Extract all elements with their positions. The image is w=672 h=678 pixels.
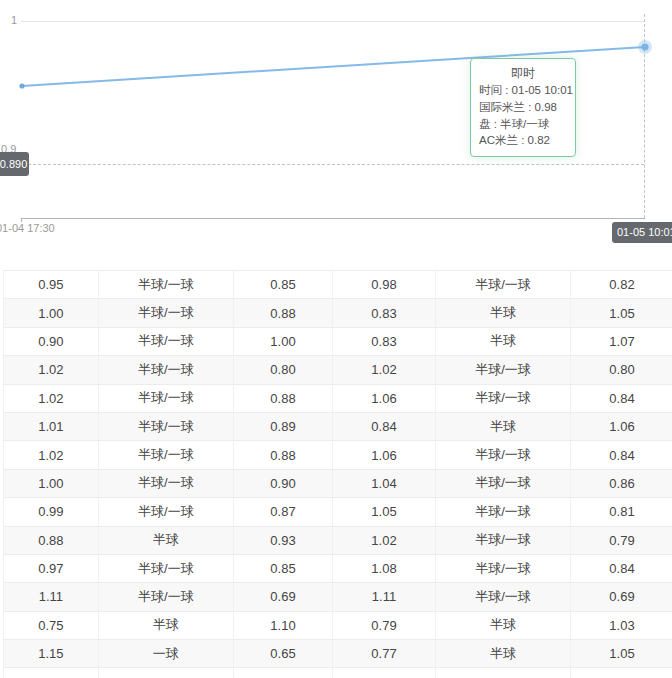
table-cell: 1.04 — [333, 470, 436, 498]
table-cell: 1.01 — [4, 413, 99, 441]
table-cell: 1.00 — [234, 328, 333, 356]
table-cell: 1.15 — [4, 640, 99, 668]
table-cell: 0.69 — [234, 583, 333, 611]
gridline-top — [21, 21, 645, 22]
table-cell: 0.97 — [4, 555, 99, 583]
table-cell: 0.90 — [234, 470, 333, 498]
trend-end-dot-glow — [638, 40, 652, 54]
table-cell: 0.85 — [234, 271, 333, 299]
table-cell: 半球 — [99, 527, 234, 555]
table-cell — [99, 668, 234, 678]
table-cell: 1.11 — [333, 583, 436, 611]
table-row: 1.02半球/一球0.881.06半球/一球0.84 — [4, 441, 672, 469]
table-cell: 半球/一球 — [436, 271, 571, 299]
tooltip-line-time: 时间 : 01-05 10:01 — [479, 82, 567, 99]
x-axis-line — [21, 218, 645, 219]
table-cell: 1.06 — [333, 441, 436, 469]
x-axis-label-left: 01-04 17:30 — [0, 222, 55, 234]
table-cell: 0.85 — [234, 555, 333, 583]
table-cell: 0.88 — [4, 527, 99, 555]
table-row-partial — [4, 668, 672, 678]
table-cell: 1.07 — [571, 328, 672, 356]
table-cell: 0.75 — [4, 612, 99, 640]
table-cell — [4, 668, 99, 678]
table-cell: 一球 — [99, 640, 234, 668]
table-cell: 半球/一球 — [436, 356, 571, 384]
table-cell: 半球/一球 — [99, 413, 234, 441]
table-cell: 半球/一球 — [99, 498, 234, 526]
table-cell: 半球 — [436, 299, 571, 327]
table-cell: 半球/一球 — [436, 555, 571, 583]
table-row: 1.02半球/一球0.801.02半球/一球0.80 — [4, 356, 672, 384]
table-cell: 0.88 — [234, 385, 333, 413]
table-cell: 半球/一球 — [436, 498, 571, 526]
table-cell: 0.84 — [571, 555, 672, 583]
table-cell: 0.79 — [333, 612, 436, 640]
table-cell: 半球/一球 — [99, 470, 234, 498]
table-cell: 0.88 — [234, 299, 333, 327]
table-cell: 0.84 — [333, 413, 436, 441]
table-cell: 半球/一球 — [436, 470, 571, 498]
table-cell: 半球/一球 — [99, 385, 234, 413]
table-row: 0.95半球/一球0.850.98半球/一球0.82 — [4, 271, 672, 299]
table-cell: 0.80 — [571, 356, 672, 384]
table-cell: 1.11 — [4, 583, 99, 611]
table-cell: 半球 — [436, 612, 571, 640]
table-cell: 1.05 — [571, 640, 672, 668]
table-row: 1.11半球/一球0.691.11半球/一球0.69 — [4, 583, 672, 611]
table-cell — [571, 668, 672, 678]
table-cell: 1.10 — [234, 612, 333, 640]
table-cell: 半球/一球 — [436, 527, 571, 555]
table-cell: 0.80 — [234, 356, 333, 384]
table-cell: 半球/一球 — [99, 583, 234, 611]
table-row: 1.00半球/一球0.901.04半球/一球0.86 — [4, 470, 672, 498]
table-cell: 半球/一球 — [99, 555, 234, 583]
table-row: 1.01半球/一球0.890.84半球1.06 — [4, 413, 672, 441]
tooltip-title: 即时 — [479, 65, 567, 82]
table-row: 0.97半球/一球0.851.08半球/一球0.84 — [4, 555, 672, 583]
table-cell: 1.08 — [333, 555, 436, 583]
table-cell: 半球/一球 — [436, 441, 571, 469]
table-cell: 1.02 — [4, 441, 99, 469]
tooltip-line-handicap: 盘 : 半球/一球 — [479, 116, 567, 133]
table-cell: 1.00 — [4, 299, 99, 327]
table-cell: 0.99 — [4, 498, 99, 526]
trend-start-dot — [19, 83, 24, 88]
table-cell: 1.03 — [571, 612, 672, 640]
table-cell: 0.86 — [571, 470, 672, 498]
y-axis-tick-1: 1 — [11, 15, 17, 26]
table-row: 0.90半球/一球1.000.83半球1.07 — [4, 328, 672, 356]
table-cell: 半球/一球 — [99, 271, 234, 299]
table-cell — [234, 668, 333, 678]
table-cell: 0.98 — [333, 271, 436, 299]
table-row: 0.75半球1.100.79半球1.03 — [4, 612, 672, 640]
table-cell: 1.02 — [4, 356, 99, 384]
table-cell: 半球/一球 — [99, 356, 234, 384]
table-cell: 0.88 — [234, 441, 333, 469]
odds-trend-chart[interactable]: 1 0.9 0.890 01-04 17:30 01-05 10:01 即时 时… — [0, 0, 672, 262]
table-cell — [333, 668, 436, 678]
table-cell: 1.06 — [571, 413, 672, 441]
tooltip-line-home-odds: 国际米兰 : 0.98 — [479, 99, 567, 116]
table-cell: 0.89 — [234, 413, 333, 441]
table-cell: 半球/一球 — [436, 583, 571, 611]
table-cell: 半球 — [436, 640, 571, 668]
table-row: 1.02半球/一球0.881.06半球/一球0.84 — [4, 385, 672, 413]
table-cell: 半球/一球 — [99, 441, 234, 469]
table-cell: 0.83 — [333, 328, 436, 356]
table-cell: 1.02 — [333, 356, 436, 384]
table-cell: 0.83 — [333, 299, 436, 327]
tooltip-line-away-odds: AC米兰 : 0.82 — [479, 132, 567, 149]
table-cell: 0.77 — [333, 640, 436, 668]
table-cell: 半球 — [99, 612, 234, 640]
table-row: 1.00半球/一球0.880.83半球1.05 — [4, 299, 672, 327]
table-cell: 1.05 — [571, 299, 672, 327]
table-cell: 1.05 — [333, 498, 436, 526]
axis-pointer-vertical-line — [644, 14, 645, 218]
table-cell — [436, 668, 571, 678]
table-row: 0.99半球/一球0.871.05半球/一球0.81 — [4, 498, 672, 526]
axis-pointer-horizontal-line — [28, 164, 644, 165]
x-pointer-badge: 01-05 10:01 — [612, 222, 672, 243]
table-cell: 半球 — [436, 328, 571, 356]
table-cell: 0.79 — [571, 527, 672, 555]
